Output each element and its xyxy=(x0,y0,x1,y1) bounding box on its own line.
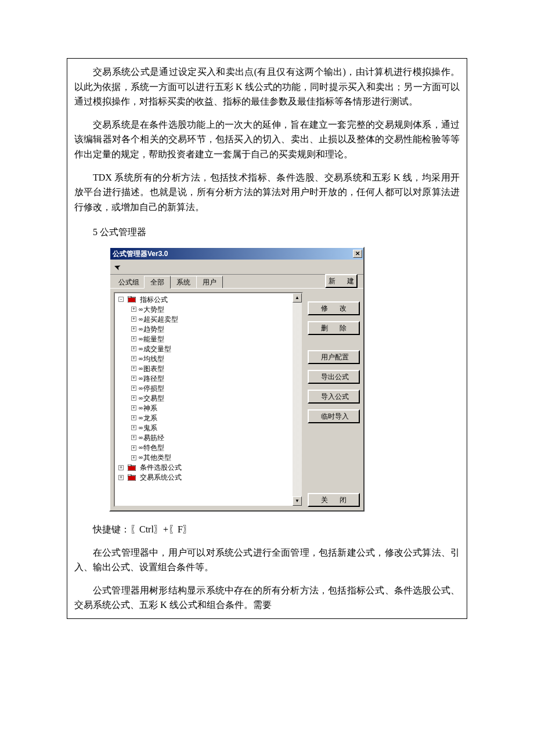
formula-tree[interactable]: - 指标公式 +∞大势型 +∞超买超卖型 +∞趋势型 +∞能量型 xyxy=(114,292,303,507)
tree-root-trading[interactable]: + 交易系统公式 xyxy=(116,472,302,482)
link-icon: ∞ xyxy=(139,326,142,333)
scroll-down-icon[interactable]: ▼ xyxy=(293,496,302,506)
paragraph-3: TDX 系统所有的分析方法，包括技术指标、条件选股、交易系统和五彩 K 线，均采… xyxy=(74,170,460,215)
tree-item[interactable]: +∞趋势型 xyxy=(116,324,302,334)
tree-root-indicator[interactable]: - 指标公式 xyxy=(116,294,302,304)
link-icon: ∞ xyxy=(139,375,142,382)
user-config-button[interactable]: 用户配置 xyxy=(308,350,360,364)
tree-root-condition[interactable]: + 条件选股公式 xyxy=(116,462,302,472)
expand-icon[interactable]: + xyxy=(131,356,136,361)
tree-item[interactable]: +∞神系 xyxy=(116,403,302,413)
collapse-icon[interactable]: - xyxy=(118,297,124,302)
link-icon: ∞ xyxy=(139,415,142,422)
folder-icon xyxy=(128,474,136,481)
tree-root-label: 指标公式 xyxy=(140,296,168,304)
paragraph-6: 公式管理器用树形结构显示系统中存在的所有分析方法，包括指标公式、条件选股公式、交… xyxy=(74,583,460,613)
tree-item[interactable]: +∞鬼系 xyxy=(116,423,302,433)
link-icon: ∞ xyxy=(139,395,142,402)
svg-rect-8 xyxy=(128,476,135,480)
expand-icon[interactable]: + xyxy=(131,395,136,401)
cursor-icon: ➤ xyxy=(112,261,122,272)
expand-icon[interactable]: + xyxy=(131,376,136,381)
link-icon: ∞ xyxy=(139,405,142,412)
expand-icon[interactable]: + xyxy=(131,445,136,451)
svg-rect-7 xyxy=(128,474,131,476)
link-icon: ∞ xyxy=(139,444,142,451)
expand-icon[interactable]: + xyxy=(131,336,136,341)
link-icon: ∞ xyxy=(139,316,142,323)
scroll-up-icon[interactable]: ▲ xyxy=(293,293,302,303)
tree-scrollbar[interactable]: ▲ ▼ xyxy=(293,293,302,506)
link-icon: ∞ xyxy=(139,454,142,461)
tree-item[interactable]: +∞其他类型 xyxy=(116,452,302,462)
paragraph-shortcut: 快捷键：〖Ctrl〗+〖F〗 xyxy=(74,522,460,537)
link-icon: ∞ xyxy=(139,345,142,352)
dialog-button-column: 修 改 删 除 用户配置 导出公式 导入公式 临时导入 关 闭 xyxy=(308,292,360,507)
delete-button[interactable]: 删 除 xyxy=(308,321,360,335)
dialog-figure: 公式管理器Ver3.0 ✕ ➤ 公式组 全部 系统 用户 新 建 xyxy=(109,247,460,512)
tree-item[interactable]: +∞特色型 xyxy=(116,442,302,452)
paragraph-1: 交易系统公式是通过设定买入和卖出点(有且仅有这两个输出)，由计算机进行模拟操作。… xyxy=(74,64,460,109)
tree-item[interactable]: +∞大势型 xyxy=(116,304,302,314)
dialog-toolbar: ➤ xyxy=(110,260,363,275)
link-icon: ∞ xyxy=(139,306,142,313)
expand-icon[interactable]: + xyxy=(131,435,136,440)
expand-icon[interactable]: + xyxy=(118,475,124,480)
expand-icon[interactable]: + xyxy=(131,415,136,420)
link-icon: ∞ xyxy=(139,385,142,392)
tabs-row: 公式组 全部 系统 用户 新 建 xyxy=(110,275,363,289)
scroll-track[interactable] xyxy=(293,303,302,496)
formula-manager-dialog: 公式管理器Ver3.0 ✕ ➤ 公式组 全部 系统 用户 新 建 xyxy=(109,247,365,512)
import-button[interactable]: 导入公式 xyxy=(308,390,360,404)
close-button[interactable]: 关 闭 xyxy=(308,493,360,507)
tree-item[interactable]: +∞均线型 xyxy=(116,354,302,363)
expand-icon[interactable]: + xyxy=(131,366,136,371)
export-button[interactable]: 导出公式 xyxy=(308,370,360,384)
expand-icon[interactable]: + xyxy=(131,455,136,460)
expand-icon[interactable]: + xyxy=(131,346,136,351)
content-frame: 交易系统公式是通过设定买入和卖出点(有且仅有这两个输出)，由计算机进行模拟操作。… xyxy=(67,58,467,619)
tree-item[interactable]: +∞易筋经 xyxy=(116,433,302,442)
link-icon: ∞ xyxy=(139,355,142,362)
link-icon: ∞ xyxy=(139,434,142,441)
tree-item[interactable]: +∞超买超卖型 xyxy=(116,314,302,324)
svg-rect-4 xyxy=(128,465,131,466)
link-icon: ∞ xyxy=(139,424,142,431)
tab-all[interactable]: 全部 xyxy=(144,276,171,289)
expand-icon[interactable]: + xyxy=(131,405,136,411)
expand-icon[interactable]: + xyxy=(131,386,136,391)
svg-rect-2 xyxy=(128,298,135,302)
dialog-titlebar: 公式管理器Ver3.0 ✕ xyxy=(110,248,363,260)
folder-icon xyxy=(128,296,136,303)
expand-icon[interactable]: + xyxy=(131,316,136,322)
tree-item[interactable]: +∞龙系 xyxy=(116,413,302,423)
tab-user[interactable]: 用户 xyxy=(196,276,223,288)
paragraph-2: 交易系统是在条件选股功能上的一次大的延伸，旨在建立一套完整的交易规则体系，通过该… xyxy=(74,117,460,162)
paragraph-5: 在公式管理器中，用户可以对系统公式进行全面管理，包括新建公式，修改公式算法、引入… xyxy=(74,545,460,575)
document-page: 交易系统公式是通过设定买入和卖出点(有且仅有这两个输出)，由计算机进行模拟操作。… xyxy=(0,0,534,642)
svg-rect-1 xyxy=(128,296,131,298)
tree-item[interactable]: +∞图表型 xyxy=(116,363,302,373)
expand-icon[interactable]: + xyxy=(118,465,124,470)
temp-import-button[interactable]: 临时导入 xyxy=(308,409,360,423)
tree-item[interactable]: +∞能量型 xyxy=(116,334,302,344)
tab-group-label: 公式组 xyxy=(114,276,144,288)
tree-item[interactable]: +∞路径型 xyxy=(116,373,302,383)
expand-icon[interactable]: + xyxy=(131,425,136,430)
tree-item[interactable]: +∞交易型 xyxy=(116,393,302,403)
tree-item[interactable]: +∞停损型 xyxy=(116,383,302,393)
tab-system[interactable]: 系统 xyxy=(170,276,197,288)
expand-icon[interactable]: + xyxy=(131,307,136,312)
new-button[interactable]: 新 建 xyxy=(325,274,358,288)
tree-item[interactable]: +∞成交量型 xyxy=(116,344,302,354)
modify-button[interactable]: 修 改 xyxy=(308,301,360,315)
close-icon[interactable]: ✕ xyxy=(353,250,362,258)
expand-icon[interactable]: + xyxy=(131,326,136,332)
folder-icon xyxy=(128,465,136,471)
link-icon: ∞ xyxy=(139,336,142,343)
dialog-title: 公式管理器Ver3.0 xyxy=(113,250,353,258)
link-icon: ∞ xyxy=(139,365,142,372)
section-heading: 5 公式管理器 xyxy=(74,225,460,240)
dialog-body: - 指标公式 +∞大势型 +∞超买超卖型 +∞趋势型 +∞能量型 xyxy=(110,289,363,510)
svg-rect-5 xyxy=(128,466,135,470)
